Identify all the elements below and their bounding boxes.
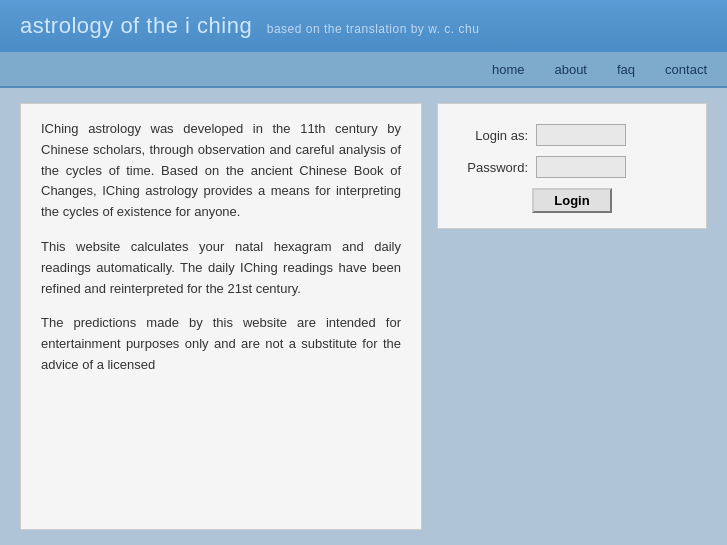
navbar: home about faq contact (0, 52, 727, 88)
username-input[interactable] (536, 124, 626, 146)
subtitle-text: based on the translation by w. c. chu (267, 22, 480, 36)
password-input[interactable] (536, 156, 626, 178)
paragraph-3: The predictions made by this website are… (41, 313, 401, 375)
login-as-row: Login as: (453, 124, 691, 146)
nav-contact[interactable]: contact (665, 62, 707, 77)
site-title: astrology of the i ching based on the tr… (20, 13, 479, 39)
login-as-label: Login as: (453, 128, 528, 143)
content-wrapper: IChing astrology was developed in the 11… (0, 88, 727, 545)
nav-faq[interactable]: faq (617, 62, 635, 77)
paragraph-1: IChing astrology was developed in the 11… (41, 119, 401, 223)
right-panel: Login as: Password: Login (437, 103, 707, 530)
password-label: Password: (453, 160, 528, 175)
password-row: Password: (453, 156, 691, 178)
login-button-row: Login (453, 188, 691, 213)
paragraph-2: This website calculates your natal hexag… (41, 237, 401, 299)
title-text: astrology of the i ching (20, 13, 252, 38)
nav-about[interactable]: about (554, 62, 587, 77)
left-panel: IChing astrology was developed in the 11… (20, 103, 422, 530)
login-box: Login as: Password: Login (437, 103, 707, 229)
header: astrology of the i ching based on the tr… (0, 0, 727, 52)
login-button[interactable]: Login (532, 188, 611, 213)
nav-home[interactable]: home (492, 62, 525, 77)
